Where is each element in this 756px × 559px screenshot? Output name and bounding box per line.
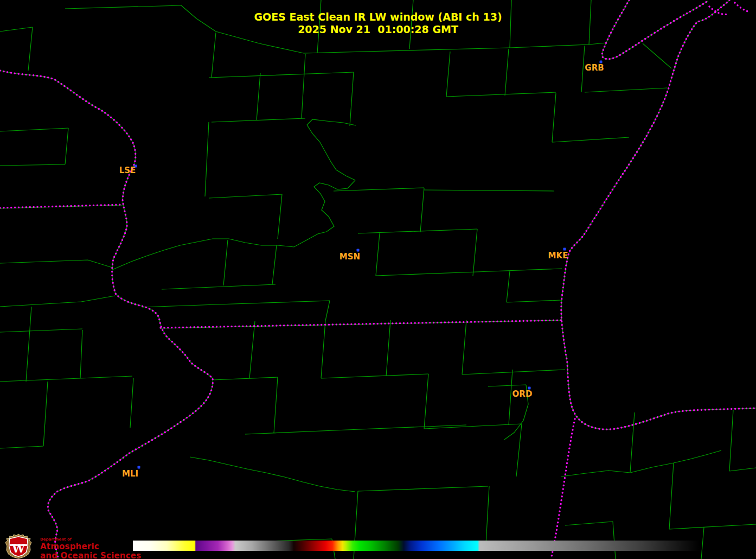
station-label: MSN: [339, 252, 360, 262]
uw-logo-text: Department of Atmospheric and Oceanic Sc…: [40, 533, 141, 559]
station-label: LSE: [119, 166, 136, 175]
station-label: MKE: [548, 251, 568, 261]
station-layer: GRBLSEMSNMKEORDMLI: [0, 0, 756, 559]
timestamp: 2025 Nov 21 01:00:28 GMT: [0, 23, 756, 36]
uw-crest-icon: W: [4, 533, 33, 559]
station-label: ORD: [512, 389, 533, 399]
station-label: MLI: [122, 469, 138, 479]
logo-dept-label: Department of: [40, 538, 141, 542]
station-dot: [357, 249, 360, 252]
station-label: GRB: [585, 63, 604, 73]
station-dot: [138, 466, 140, 469]
logo-line2: and Oceanic Sciences: [40, 552, 141, 559]
title-block: GOES East Clean IR LW window (ABI ch 13)…: [0, 11, 756, 36]
svg-text:W: W: [11, 542, 25, 555]
satellite-viewer: GRBLSEMSNMKEORDMLI GOES East Clean IR LW…: [0, 0, 756, 559]
station-dot: [563, 248, 566, 251]
colorbar: [133, 541, 700, 551]
uw-logo: W Department of Atmospheric and Oceanic …: [4, 533, 141, 559]
page-title: GOES East Clean IR LW window (ABI ch 13): [0, 11, 756, 23]
logo-line1: Atmospheric: [40, 543, 141, 551]
